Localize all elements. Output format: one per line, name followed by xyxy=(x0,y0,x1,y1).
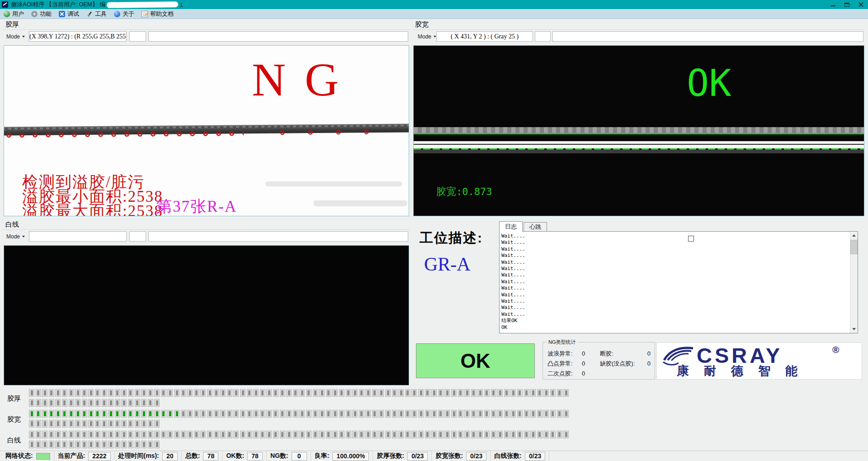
progress-cell xyxy=(517,389,523,397)
menu-item-tools[interactable]: 工具 xyxy=(86,10,107,18)
progress-cell-bar xyxy=(116,421,118,426)
progress-cell-bar xyxy=(545,432,547,437)
scrollbar-thumb[interactable] xyxy=(850,240,858,254)
arrow-up-icon xyxy=(852,234,856,237)
camera-image-white-line[interactable] xyxy=(4,245,409,385)
scroll-up-button[interactable] xyxy=(850,232,858,239)
progress-cell-bar xyxy=(110,411,112,416)
pixel-readout-field[interactable] xyxy=(29,231,127,242)
toolbar-field-wide[interactable] xyxy=(552,31,863,42)
status-value-box: 78 xyxy=(247,452,263,461)
menu-item-function[interactable]: 功能 xyxy=(31,10,52,18)
log-line: OK xyxy=(501,324,858,331)
camera-image-glue-thickness[interactable]: NG 检测到溢胶/脏污 溢胶最小面积:2538 溢胶最大面积:2538 第37张… xyxy=(4,45,409,216)
log-lines: Wait....Wait....Wait....Wait....Wait....… xyxy=(501,233,858,331)
log-scrollbar[interactable] xyxy=(850,232,858,333)
progress-cell xyxy=(346,431,351,438)
pixel-readout-field[interactable]: ( X 431, Y 2 ) : ( Gray 25 ) xyxy=(436,31,533,42)
menu-item-help[interactable]: 帮助文档 xyxy=(142,10,174,18)
progress-cell xyxy=(280,431,285,438)
progress-cell xyxy=(365,410,371,418)
progress-cell xyxy=(477,410,483,418)
progress-cell-bar xyxy=(373,411,376,416)
progress-cell xyxy=(240,389,245,397)
progress-cell xyxy=(477,431,483,438)
progress-cell xyxy=(477,389,483,397)
progress-cell-bar xyxy=(380,432,382,437)
progress-cell-bar xyxy=(143,390,145,395)
progress-cell-bar xyxy=(103,411,105,416)
progress-cell-bar xyxy=(149,400,151,405)
progress-cell-bar xyxy=(400,432,402,437)
mode-dropdown[interactable]: Mode xyxy=(416,32,438,42)
ng-stats-right-column: 断胶:0缺胶(没点胶):0 xyxy=(600,349,651,369)
progress-cell-bar xyxy=(96,400,99,405)
progress-cell xyxy=(88,410,94,418)
mode-dropdown[interactable]: Mode xyxy=(5,32,27,42)
mode-dropdown[interactable]: Mode xyxy=(5,232,27,242)
progress-cell-bar xyxy=(340,390,343,395)
menu-item-user[interactable]: 用户 xyxy=(4,10,24,18)
progress-cell-bar xyxy=(334,432,336,437)
progress-cell xyxy=(273,431,278,438)
progress-cell-bar xyxy=(129,442,132,447)
panel-glue-thickness: 胶厚 Mode (X 398,Y 1272) : (R 255,G 255,B … xyxy=(3,20,410,216)
progress-cell-bar xyxy=(70,442,72,447)
progress-cell-bar xyxy=(77,421,79,426)
progress-cell xyxy=(154,441,160,448)
progress-cell xyxy=(504,431,509,438)
progress-cell xyxy=(200,431,206,438)
log-line: Wait.... xyxy=(501,298,858,304)
progress-cell-bar xyxy=(288,411,290,416)
overall-result-indicator[interactable]: OK xyxy=(416,343,535,378)
toolbar-field-wide[interactable] xyxy=(148,231,408,242)
toolbar-field-small[interactable] xyxy=(535,31,551,42)
result-text-ok: OK xyxy=(687,65,731,102)
progress-cell-bar xyxy=(525,432,528,437)
progress-cell xyxy=(88,431,94,438)
menu-item-label: 工具 xyxy=(95,10,107,18)
progress-cell-bar xyxy=(538,411,541,416)
log-tab-1[interactable]: 心跳 xyxy=(524,222,547,232)
progress-cell-bar xyxy=(149,411,151,416)
progress-cell-bar xyxy=(228,390,231,395)
menu-item-about[interactable]: 关于 xyxy=(114,10,134,18)
progress-cell-bar xyxy=(519,390,521,395)
progress-cell-bar xyxy=(44,432,46,437)
toolbar-field-wide[interactable] xyxy=(148,31,408,42)
progress-cell xyxy=(115,420,120,428)
progress-cell-bar xyxy=(472,390,475,395)
log-checkbox[interactable] xyxy=(688,236,694,242)
progress-cell-bar xyxy=(532,390,534,395)
progress-cell-bar xyxy=(176,432,178,437)
toolbar-field-small[interactable] xyxy=(129,31,146,42)
progress-cell xyxy=(154,399,160,407)
log-line: Wait.... xyxy=(501,266,858,272)
progress-cell-bar xyxy=(248,390,250,395)
log-list[interactable]: Wait....Wait....Wait....Wait....Wait....… xyxy=(499,231,858,333)
progress-cell-bar xyxy=(50,400,52,405)
close-button[interactable] xyxy=(854,0,868,9)
progress-cell-bar xyxy=(255,390,257,395)
progress-cell-bar xyxy=(202,411,204,416)
log-line: Wait.... xyxy=(501,279,858,285)
camera-image-glue-width[interactable]: OK 胶宽:0.873 xyxy=(413,45,864,216)
progress-cell xyxy=(444,410,450,418)
scroll-down-button[interactable] xyxy=(850,325,858,333)
progress-cell xyxy=(115,441,120,448)
progress-cell xyxy=(174,410,179,418)
pixel-readout-field[interactable]: (X 398,Y 1272) : (R 255,G 255,B 255) xyxy=(29,31,127,42)
progress-cell-bar xyxy=(288,390,290,395)
progress-cell-bar xyxy=(57,390,59,395)
menu-item-debug[interactable]: 调试 xyxy=(59,10,79,18)
progress-cell-bar xyxy=(459,411,462,416)
progress-cell xyxy=(537,431,542,438)
maximize-button[interactable] xyxy=(840,0,854,9)
progress-cell xyxy=(49,399,54,407)
progress-cell xyxy=(121,399,127,407)
app-icon xyxy=(2,1,8,8)
log-tab-0[interactable]: 日志 xyxy=(499,221,523,232)
toolbar-field-small[interactable] xyxy=(129,231,146,242)
progress-cell-bar xyxy=(70,432,72,437)
minimize-button[interactable] xyxy=(826,0,840,9)
